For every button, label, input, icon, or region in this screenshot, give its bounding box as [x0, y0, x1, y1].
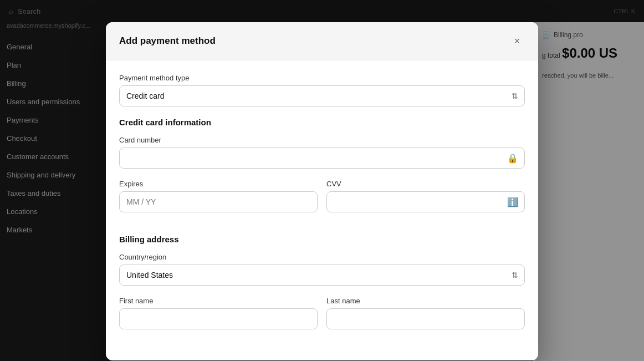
country-select-wrapper: United States United Kingdom Canada Aust… [119, 265, 525, 286]
card-number-group: Card number 🔒 [119, 136, 525, 169]
card-number-wrapper: 🔒 [119, 148, 525, 169]
expires-label: Expires [119, 180, 318, 188]
billing-address-section: Billing address Country/region United St… [119, 235, 525, 340]
last-name-input[interactable] [326, 308, 525, 329]
modal-close-button[interactable]: × [509, 33, 525, 49]
expires-group: Expires [119, 180, 318, 212]
payment-method-select[interactable]: Credit card PayPal Bank account [119, 85, 525, 106]
first-name-input[interactable] [119, 308, 318, 329]
modal-title: Add payment method [119, 35, 216, 47]
modal-header: Add payment method × [106, 22, 538, 60]
credit-card-section: Credit card information Card number 🔒 Ex… [119, 118, 525, 223]
country-region-group: Country/region United States United King… [119, 253, 525, 286]
country-region-label: Country/region [119, 253, 525, 261]
modal-backdrop: Add payment method × Payment method type… [0, 0, 644, 361]
payment-method-type-label: Payment method type [119, 74, 525, 82]
cvv-input[interactable] [326, 191, 525, 212]
card-number-input[interactable] [119, 148, 525, 169]
first-name-group: First name [119, 297, 318, 329]
billing-address-heading: Billing address [119, 235, 525, 244]
name-row: First name Last name [119, 297, 525, 340]
first-name-label: First name [119, 297, 318, 305]
last-name-group: Last name [326, 297, 525, 329]
cvv-wrapper: ℹ️ [326, 191, 525, 212]
payment-method-type-group: Payment method type Credit card PayPal B… [119, 74, 525, 106]
last-name-label: Last name [326, 297, 525, 305]
credit-card-heading: Credit card information [119, 118, 525, 127]
add-payment-modal: Add payment method × Payment method type… [106, 22, 538, 360]
cvv-group: CVV ℹ️ [326, 180, 525, 212]
expires-cvv-row: Expires CVV ℹ️ [119, 180, 525, 223]
payment-method-select-wrapper: Credit card PayPal Bank account ⇅ [119, 85, 525, 106]
cvv-label: CVV [326, 180, 525, 188]
modal-body: Payment method type Credit card PayPal B… [106, 60, 538, 360]
expires-input[interactable] [119, 191, 318, 212]
country-select[interactable]: United States United Kingdom Canada Aust… [119, 265, 525, 286]
card-number-label: Card number [119, 136, 525, 144]
